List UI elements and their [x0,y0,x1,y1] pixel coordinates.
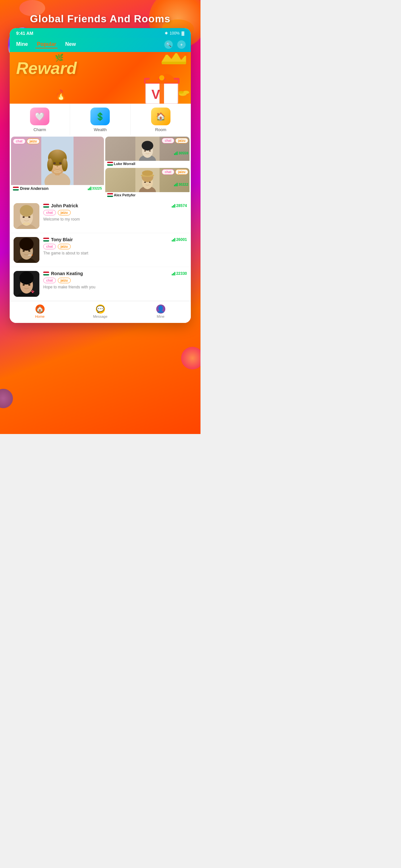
alex-score: 30222 [174,182,188,186]
john-avatar [13,203,39,229]
mine-icon: 👤 [156,305,165,314]
luke-flag [107,162,113,166]
tb2 [173,239,174,242]
alex-tag-jaizu[interactable]: jaizu [175,169,188,175]
svg-point-38 [149,182,150,183]
svg-point-15 [179,91,184,94]
svg-point-44 [20,205,33,217]
svg-point-65 [31,291,32,292]
svg-point-24 [59,162,62,164]
top-user-luke[interactable]: chat jaizu 30559 [105,136,189,166]
category-charm[interactable]: 🤍 Charm [10,104,70,135]
top-user-drew[interactable]: chat jaizu 33225 Drew Anderson [11,136,104,198]
top-user-alex[interactable]: chat jaizu 30222 [105,168,189,198]
nav-home-label: Home [35,314,44,318]
svg-point-63 [32,290,33,291]
charm-icon-bg: 🤍 [30,107,50,125]
svg-point-31 [144,150,146,151]
nav-message-label: Message [93,314,107,318]
status-time: 9:41 AM [16,31,33,36]
john-tag-chat[interactable]: chat [43,210,56,215]
category-room[interactable]: 🏠 Room [131,104,191,135]
john-tag-jaizu[interactable]: jaizu [58,210,71,215]
reward-banner[interactable]: Reward 🌿 🔥 [10,52,191,104]
top-users-grid: chat jaizu 33225 Drew Anderson [10,135,191,199]
svg-point-32 [149,150,150,151]
tony-tag-chat[interactable]: chat [43,244,56,249]
john-flag [43,204,49,208]
tony-info: Tony Blair 26001 chat jaizu [43,237,187,255]
alex-tag-chat[interactable]: chat [162,169,174,175]
ronan-tags: chat jaizu [43,278,187,283]
add-button[interactable]: + [177,40,186,49]
nav-home[interactable]: 🏠 Home [30,305,50,318]
b2 [175,152,176,155]
svg-point-1 [165,52,168,55]
alex-flag [107,193,113,197]
nav-mine-label: Mine [157,314,165,318]
luke-tag-chat[interactable]: chat [162,138,174,144]
svg-text:V: V [151,87,160,101]
luke-score: 30559 [174,151,188,155]
message-icon: 💬 [96,305,105,314]
svg-point-51 [19,238,34,251]
category-wealth[interactable]: 💲 Wealth [70,104,130,135]
ronan-tag-chat[interactable]: chat [43,278,56,283]
room-icon-bg: 🏠 [151,107,171,125]
tab-bar: Mine Popular New 🔍 + [10,38,191,52]
svg-point-61 [28,284,30,286]
john-status: Welcome to my room [43,217,187,221]
nav-message[interactable]: 💬 Message [91,305,110,318]
john-score: 28574 [172,204,187,208]
b3 [177,151,178,155]
svg-rect-55 [32,255,33,255]
reward-title: Reward [16,58,184,78]
search-button[interactable]: 🔍 [164,40,173,49]
battery-icon: ▓ [181,31,184,35]
alex-score-bars [174,183,178,186]
jb2 [173,205,174,208]
tony-name-row: Tony Blair 26001 [43,237,187,242]
ab1 [174,185,175,186]
svg-point-3 [185,53,187,56]
svg-point-52 [23,250,25,252]
ronan-info: Ronan Keating 22330 chat jaizu [43,271,187,289]
svg-rect-40 [142,170,153,176]
list-item-ronan[interactable]: Ronan Keating 22330 chat jaizu [10,267,191,301]
ronan-status: Hope to make friends with you [43,285,187,289]
svg-point-64 [33,291,34,292]
tony-status: The game is about to start [43,251,187,255]
list-item-tony[interactable]: Tony Blair 26001 chat jaizu [10,233,191,267]
wealth-label: Wealth [94,127,106,132]
john-score-bars [172,204,175,208]
tony-flag [43,238,49,242]
luke-tag-jaizu[interactable]: jaizu [175,138,188,144]
tab-popular[interactable]: Popular [35,41,58,49]
list-item-john[interactable]: John Patrick 28574 chat jaizu [10,199,191,233]
tony-score-bars [172,238,175,242]
drew-tag-jaizu[interactable]: jaizu [27,138,40,144]
wealth-icon-bg: 💲 [90,107,110,125]
svg-rect-54 [28,255,32,255]
tab-mine[interactable]: Mine [15,41,29,49]
tony-tag-jaizu[interactable]: jaizu [58,244,71,249]
ronan-tag-jaizu[interactable]: jaizu [58,278,71,283]
jb1 [172,206,173,208]
tab-new[interactable]: New [64,41,77,49]
tab-actions: 🔍 + [164,40,186,49]
top-right-col: chat jaizu 30559 [105,136,189,198]
tab-items: Mine Popular New [15,41,77,49]
nav-mine[interactable]: 👤 Mine [151,305,171,318]
drew-flag [13,187,19,190]
status-icons: ✱ 100% ▓ [165,31,184,35]
ronan-score-bars [172,272,175,275]
ronan-score: 22330 [172,271,187,276]
bottom-nav: 🏠 Home 💬 Message 👤 Mine [10,301,191,323]
alex-name: Alex Pettyfer [114,193,135,197]
john-name-row: John Patrick 28574 [43,203,187,208]
svg-point-53 [28,250,30,252]
alex-name-row: Alex Pettyfer [105,192,189,198]
tony-tags: chat jaizu [43,244,187,249]
drew-tag-chat[interactable]: chat [13,138,26,144]
deco-blob4 [0,389,13,408]
